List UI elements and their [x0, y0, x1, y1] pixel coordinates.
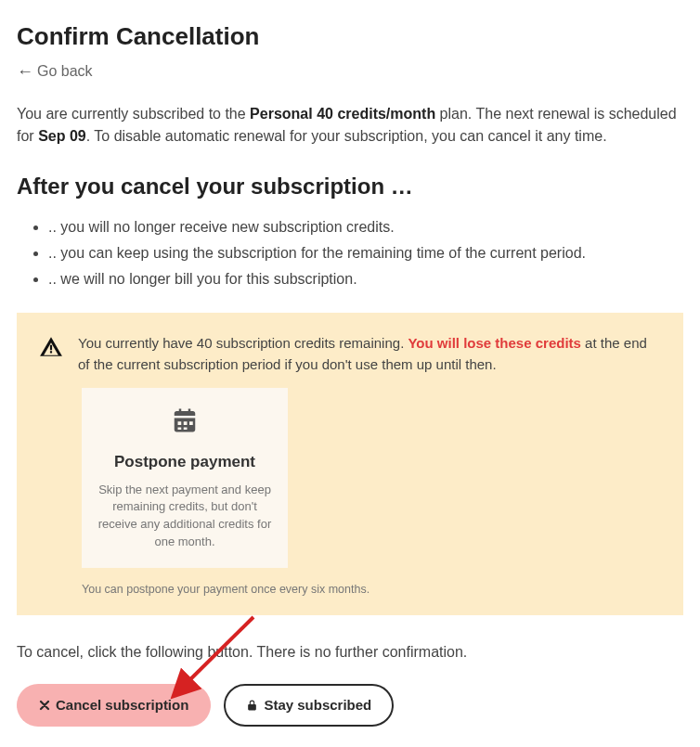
list-item: .. we will no longer bill you for this s… [48, 268, 683, 290]
cancel-button-label: Cancel subscription [56, 695, 188, 716]
intro-text: You are currently subscribed to the Pers… [17, 103, 683, 148]
list-item: .. you will no longer receive new subscr… [48, 216, 683, 238]
close-icon [39, 700, 50, 711]
stay-subscribed-button[interactable]: Stay subscribed [224, 684, 394, 728]
cancel-instruction: To cancel, click the following button. T… [17, 641, 683, 663]
calendar-icon [95, 406, 275, 441]
lose-credits-warning: You will lose these credits [408, 335, 580, 351]
list-item: .. you can keep using the subscription f… [48, 242, 683, 264]
credits-warning-text: You currently have 40 subscription credi… [78, 333, 661, 375]
renewal-date: Sep 09 [38, 128, 86, 144]
after-cancel-list: .. you will no longer receive new subscr… [17, 216, 683, 290]
button-row: Cancel subscription Stay subscribed [17, 684, 683, 728]
postpone-payment-card[interactable]: Postpone payment Skip the next payment a… [82, 388, 288, 568]
postpone-title: Postpone payment [95, 450, 275, 474]
lock-icon [246, 699, 258, 712]
stay-button-label: Stay subscribed [264, 695, 371, 716]
warning-icon [39, 335, 63, 359]
after-cancel-heading: After you cancel your subscription … [17, 170, 683, 203]
postpone-note: You can postpone your payment once every… [82, 581, 661, 599]
go-back-link[interactable]: ← Go back [17, 60, 93, 83]
cancel-subscription-button[interactable]: Cancel subscription [17, 684, 211, 728]
plan-name: Personal 40 credits/month [250, 106, 435, 122]
page-title: Confirm Cancellation [17, 19, 683, 55]
credits-warning-box: You currently have 40 subscription credi… [17, 313, 683, 615]
arrow-left-icon: ← [17, 63, 33, 80]
postpone-desc: Skip the next payment and keep remaining… [95, 482, 275, 551]
go-back-label: Go back [37, 60, 93, 83]
